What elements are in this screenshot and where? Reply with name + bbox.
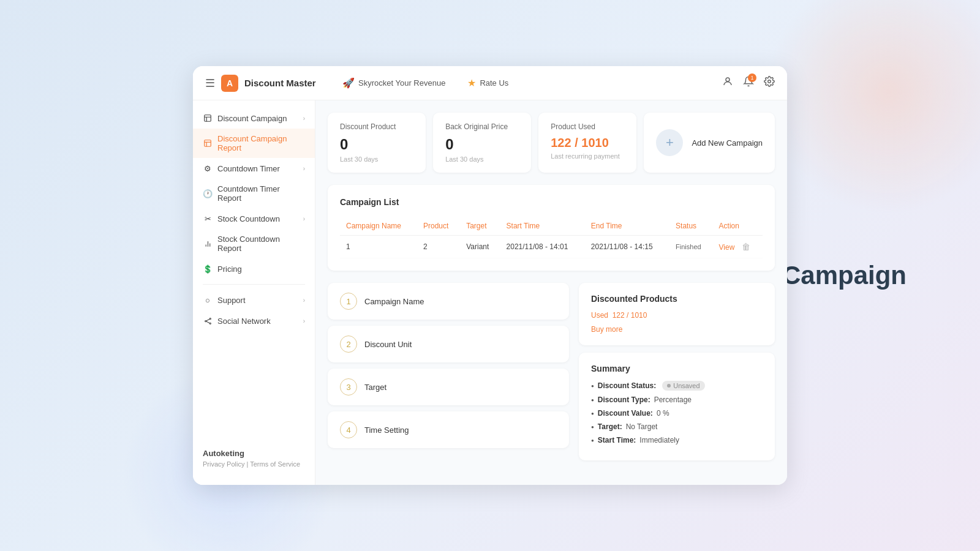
- discount-product-sublabel: Last 30 days: [340, 156, 413, 163]
- form-step-4[interactable]: 4 Time Setting: [328, 411, 569, 448]
- delete-action-button[interactable]: 🗑: [742, 242, 750, 252]
- back-original-price-label: Back Original Price: [445, 122, 519, 131]
- svg-point-9: [209, 323, 211, 324]
- col-target: Target: [460, 217, 500, 236]
- sidebar-item-pricing-label: Pricing: [217, 264, 242, 274]
- stat-card-back-original-price: Back Original Price 0 Last 30 days: [433, 113, 531, 173]
- sidebar-item-stock-countdown-report-label: Stock Countdown Report: [217, 234, 305, 253]
- countdown-timer-icon: ⚙: [203, 163, 213, 173]
- sidebar-item-discount-campaign[interactable]: Discount Campaign ›: [193, 108, 315, 129]
- col-action: Action: [713, 217, 763, 236]
- form-step-2[interactable]: 2 Discount Unit: [328, 326, 569, 362]
- step-number: 1: [340, 293, 357, 310]
- sidebar-item-pricing[interactable]: 💲 Pricing: [193, 258, 315, 279]
- sidebar-item-stock-countdown[interactable]: ✂ Stock Countdown ›: [193, 208, 315, 229]
- logo-icon: A: [221, 75, 238, 92]
- sidebar-item-countdown-timer-report-label: Countdown Timer Report: [217, 184, 305, 203]
- sidebar-item-countdown-timer[interactable]: ⚙ Countdown Timer ›: [193, 158, 315, 179]
- notification-button[interactable]: 1: [743, 76, 754, 90]
- sidebar-item-social-network[interactable]: Social Network ›: [193, 310, 315, 331]
- sidebar-brand: Autoketing: [203, 449, 305, 458]
- discount-product-value: 0: [340, 136, 413, 153]
- sidebar-item-countdown-timer-label: Countdown Timer: [217, 164, 280, 173]
- svg-point-0: [726, 78, 729, 81]
- sidebar-item-stock-countdown-report[interactable]: Stock Countdown Report: [193, 229, 315, 258]
- sidebar-divider: [203, 284, 305, 285]
- back-original-price-sublabel: Last 30 days: [445, 156, 519, 163]
- summary-title: Summary: [591, 364, 763, 373]
- summary-list: Discount Status: UnsavedDiscount Type: P…: [591, 381, 763, 444]
- svg-point-7: [205, 320, 206, 321]
- summary-item: Target: No Target: [591, 422, 763, 431]
- support-icon: ○: [203, 295, 213, 305]
- summary-card: Summary Discount Status: UnsavedDiscount…: [579, 353, 775, 460]
- hamburger-icon[interactable]: ☰: [205, 77, 215, 90]
- sidebar-footer: Autoketing Privacy Policy | Terms of Ser…: [193, 439, 315, 478]
- col-status: Status: [669, 217, 712, 236]
- countdown-timer-report-icon: 🕐: [203, 189, 213, 198]
- nav-rate-us[interactable]: ★ Rate Us: [462, 75, 513, 91]
- sidebar-item-discount-campaign-label: Discount Campaign: [217, 114, 287, 123]
- col-product: Product: [417, 217, 460, 236]
- form-sidebar: Discounted Products Used 122 / 1010 Buy …: [579, 283, 775, 460]
- summary-item: Discount Type: Percentage: [591, 395, 763, 404]
- step-label: Campaign Name: [364, 297, 424, 306]
- back-original-price-value: 0: [445, 136, 519, 153]
- sidebar-item-social-network-label: Social Network: [217, 317, 271, 326]
- step-number: 2: [340, 335, 357, 353]
- main-layout: Discount Campaign › Discount Campaign Re…: [193, 100, 787, 485]
- settings-button[interactable]: [764, 76, 775, 90]
- notification-badge: 1: [748, 73, 756, 82]
- nav-skyrocket[interactable]: 🚀 Skyrocket Your Revenue: [337, 75, 450, 91]
- privacy-policy-link[interactable]: Privacy Policy: [203, 460, 244, 468]
- col-start-time: Start Time: [500, 217, 585, 236]
- sidebar-item-support[interactable]: ○ Support ›: [193, 290, 315, 310]
- view-action-button[interactable]: View: [719, 243, 735, 252]
- stock-countdown-icon: ✂: [203, 214, 213, 223]
- form-steps: 1 Campaign Name 2 Discount Unit 3 Target…: [328, 283, 569, 460]
- step-number: 4: [340, 421, 357, 438]
- form-section: 1 Campaign Name 2 Discount Unit 3 Target…: [328, 283, 775, 460]
- summary-item: Start Time: Immediately: [591, 436, 763, 444]
- header-left: ☰ A Discount Master: [205, 75, 328, 92]
- add-campaign-button[interactable]: +: [656, 129, 683, 156]
- unsaved-badge: Unsaved: [662, 381, 704, 391]
- svg-rect-2: [205, 115, 211, 122]
- chevron-icon: ›: [303, 115, 305, 122]
- campaign-list-title: Campaign List: [340, 197, 763, 207]
- table-row: 1 2 Variant 2021/11/08 - 14:01 2021/11/0…: [340, 236, 763, 258]
- svg-point-1: [768, 80, 771, 83]
- stat-card-product-used: Product Used 122 / 1010 Last recurring p…: [538, 113, 636, 173]
- campaign-list-card: Campaign List Campaign Name Product Targ…: [328, 185, 775, 271]
- chevron-icon-5: ›: [303, 318, 305, 324]
- status-badge: Finished: [676, 243, 701, 250]
- header-nav: 🚀 Skyrocket Your Revenue ★ Rate Us: [337, 75, 712, 91]
- form-step-1[interactable]: 1 Campaign Name: [328, 283, 569, 320]
- discount-campaign-report-icon: [203, 138, 213, 148]
- profile-button[interactable]: [722, 76, 733, 90]
- sidebar-item-discount-campaign-report-label: Discount Campaign Report: [217, 134, 305, 152]
- star-icon: ★: [467, 77, 476, 89]
- chevron-icon-2: ›: [303, 165, 305, 172]
- stat-card-discount-product: Discount Product 0 Last 30 days: [328, 113, 426, 173]
- sidebar-links: Privacy Policy | Terms of Service: [203, 460, 305, 468]
- svg-point-8: [209, 318, 211, 319]
- col-end-time: End Time: [585, 217, 669, 236]
- sidebar-item-discount-campaign-report[interactable]: Discount Campaign Report: [193, 129, 315, 158]
- svg-line-11: [206, 321, 209, 323]
- step-label: Discount Unit: [364, 340, 412, 349]
- add-campaign-card[interactable]: + Add New Campaign: [644, 113, 775, 173]
- sidebar-item-support-label: Support: [217, 296, 246, 305]
- form-step-3[interactable]: 3 Target: [328, 369, 569, 405]
- main-content: Discount Product 0 Last 30 days Back Ori…: [315, 100, 787, 485]
- buy-more-link[interactable]: Buy more: [591, 325, 622, 334]
- social-network-icon: [203, 316, 213, 326]
- product-used-value: 122 / 1010: [551, 136, 624, 150]
- sidebar-item-countdown-timer-report[interactable]: 🕐 Countdown Timer Report: [193, 179, 315, 208]
- discounted-products-used: Used 122 / 1010: [591, 311, 763, 320]
- terms-link[interactable]: Terms of Service: [250, 460, 300, 468]
- app-container: ☰ A Discount Master 🚀 Skyrocket Your Rev…: [193, 66, 787, 485]
- unsaved-dot: [667, 384, 671, 388]
- nav-skyrocket-label: Skyrocket Your Revenue: [358, 78, 445, 88]
- discounted-products-title: Discounted Products: [591, 294, 763, 304]
